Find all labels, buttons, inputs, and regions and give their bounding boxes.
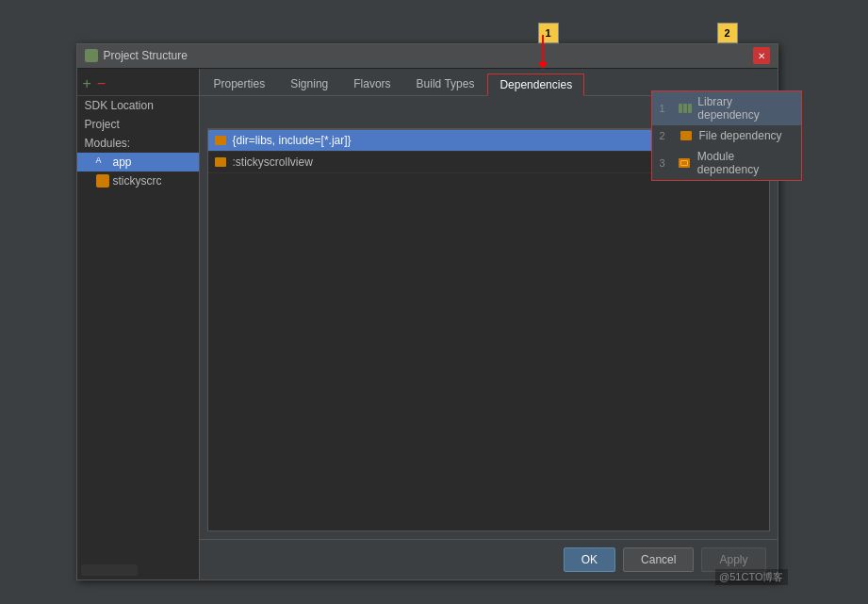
app-icon bbox=[85, 49, 98, 62]
arrow-annotation bbox=[542, 35, 544, 63]
dropdown-item-num-1: 1 bbox=[660, 103, 672, 114]
dropdown-item-num-3: 3 bbox=[660, 157, 672, 169]
file-dep-icon bbox=[679, 130, 694, 141]
dep-row-libs-jar-name: {dir=libs, include=[*.jar]} bbox=[233, 134, 669, 147]
tab-properties[interactable]: Properties bbox=[202, 73, 278, 95]
dialog-footer: OK Cancel Apply bbox=[200, 539, 778, 580]
dropdown-file-label: File dependency bbox=[699, 129, 782, 142]
dep-row-sticky-name: :stickyscrollview bbox=[233, 155, 669, 169]
tab-signing[interactable]: Signing bbox=[278, 73, 340, 95]
app-module-icon: A bbox=[96, 155, 109, 169]
jar-icon bbox=[214, 134, 227, 147]
sidebar-item-app[interactable]: A app bbox=[77, 153, 199, 171]
dialog-title: Project Structure bbox=[104, 49, 753, 62]
cancel-button[interactable]: Cancel bbox=[623, 547, 694, 572]
watermark: @51CTO博客 bbox=[715, 569, 787, 585]
sidebar-item-sdk-location[interactable]: SDK Location bbox=[77, 96, 199, 115]
sidebar-item-stickyscrollview[interactable]: stickyscrc bbox=[77, 171, 199, 190]
sidebar-remove-button[interactable]: − bbox=[97, 76, 106, 91]
dropdown-library-dependency[interactable]: 1 Library dependency bbox=[652, 91, 801, 125]
sidebar-scroll[interactable]: SDK Location Project Modules: A app sti bbox=[77, 96, 199, 561]
tab-build-types[interactable]: Build Types bbox=[404, 73, 487, 95]
module-icon bbox=[96, 174, 109, 188]
sidebar-item-modules-header: Modules: bbox=[77, 134, 199, 153]
tab-flavors[interactable]: Flavors bbox=[341, 73, 402, 95]
dropdown-library-label: Library dependency bbox=[697, 95, 793, 122]
sidebar: + − SDK Location Project Modules: A bbox=[77, 69, 200, 580]
close-button[interactable]: ✕ bbox=[753, 47, 770, 64]
dep-table: {dir=libs, include=[*.jar]} Compile ▾ :s… bbox=[207, 129, 770, 531]
dropdown-module-dependency[interactable]: 3 Module dependency bbox=[652, 146, 801, 180]
title-bar: Project Structure ✕ bbox=[77, 44, 778, 69]
tab-dependencies[interactable]: Dependencies bbox=[487, 73, 584, 96]
library-dep-icon bbox=[678, 103, 692, 114]
callout-2: 2 bbox=[717, 23, 738, 43]
dropdown-module-label: Module dependency bbox=[697, 150, 794, 176]
dropdown-file-dependency[interactable]: 2 File dependency bbox=[652, 125, 801, 146]
sidebar-add-button[interactable]: + bbox=[83, 76, 91, 91]
dep-type-dropdown-menu: 1 Library dependency 2 File dependency 3 bbox=[651, 90, 802, 181]
ok-button[interactable]: OK bbox=[564, 547, 615, 572]
sidebar-item-project[interactable]: Project bbox=[77, 115, 199, 134]
module-dep-icon bbox=[678, 157, 692, 169]
dropdown-item-num-2: 2 bbox=[660, 130, 673, 141]
module-ref-icon bbox=[214, 155, 227, 169]
sidebar-toolbar: + − bbox=[77, 73, 199, 96]
sidebar-scrollbar[interactable] bbox=[81, 564, 138, 576]
